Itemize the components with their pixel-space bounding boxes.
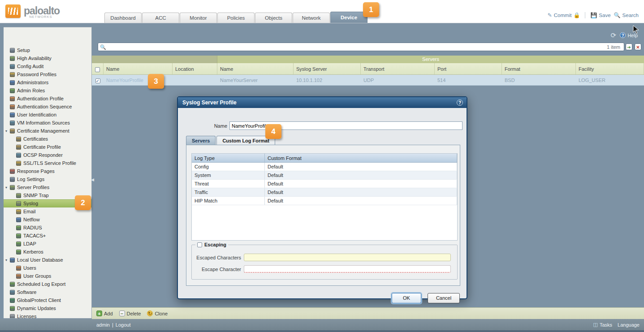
search-button[interactable]: 🔍 Search xyxy=(614,12,639,18)
sidebar-item-scheduled-log-export[interactable]: Scheduled Log Export xyxy=(4,280,91,288)
sidebar-item-log-settings[interactable]: Log Settings xyxy=(4,175,91,183)
sidebar-item-local-user-database[interactable]: ▼Local User Database xyxy=(4,256,91,264)
sidebar-item-globalprotect-client[interactable]: GlobalProtect Client xyxy=(4,296,91,304)
select-all-checkbox[interactable] xyxy=(95,67,100,72)
clear-filter-button[interactable]: ✕ xyxy=(635,43,641,50)
profile-name-input[interactable] xyxy=(229,121,462,130)
row-checkbox[interactable]: ✓ xyxy=(95,78,100,83)
column-header-format[interactable]: Format xyxy=(502,63,576,74)
sidebar-item-config-audit[interactable]: Config Audit xyxy=(4,62,91,70)
dialog-tabs: ServersCustom Log Format xyxy=(186,136,275,145)
language-button[interactable]: Language xyxy=(618,322,640,328)
nav-tab-device[interactable]: Device xyxy=(330,12,367,23)
tasks-button[interactable]: ◫ Tasks xyxy=(593,322,613,328)
sidebar-item-label: Config Audit xyxy=(17,64,43,69)
nav-tab-objects[interactable]: Objects xyxy=(255,13,292,23)
sidebar-collapse-arrow[interactable]: ◀ xyxy=(91,177,94,182)
sidebar-item-ssl-tls-service-profile[interactable]: SSL/TLS Service Profile xyxy=(4,159,91,167)
custom-log-format-panel: Log TypeCustom Format ConfigDefaultSyste… xyxy=(186,145,460,286)
sidebar-item-users[interactable]: Users xyxy=(4,264,91,272)
sidebar-item-ldap[interactable]: LDAP xyxy=(4,240,91,248)
sidebar-item-ocsp-responder[interactable]: OCSP Responder xyxy=(4,151,91,159)
nav-tab-dashboard[interactable]: Dashboard xyxy=(104,13,142,23)
log-type-row[interactable]: ConfigDefault xyxy=(192,163,457,171)
add-button[interactable]: + Add xyxy=(96,310,113,316)
log-format-table: Log TypeCustom Format ConfigDefaultSyste… xyxy=(191,153,458,241)
username-label: admin xyxy=(96,322,110,328)
escape-character-input[interactable] xyxy=(244,265,451,273)
nav-tab-monitor[interactable]: Monitor xyxy=(180,13,217,23)
table-row[interactable]: ✓NameYourProfileNameYourServer10.10.1.10… xyxy=(92,75,644,86)
sidebar-item-certificate-management[interactable]: ▼Certificate Management xyxy=(4,127,91,135)
device-sidebar-tree: SetupHigh AvailabilityConfig AuditPasswo… xyxy=(4,27,92,319)
log-type-row[interactable]: SystemDefault xyxy=(192,171,457,180)
dialog-help-icon[interactable]: ? xyxy=(457,99,463,106)
sidebar-item-licenses[interactable]: Licenses xyxy=(4,312,91,319)
apply-filter-button[interactable]: ➔ xyxy=(626,43,632,50)
sidebar-item-radius[interactable]: RADIUS xyxy=(4,224,91,232)
sidebar-item-administrators[interactable]: Administrators xyxy=(4,78,91,86)
escaped-characters-input[interactable] xyxy=(244,254,451,261)
nav-tab-network[interactable]: Network xyxy=(293,13,330,23)
dialog-tab-servers[interactable]: Servers xyxy=(186,136,216,145)
sidebar-item-response-pages[interactable]: Response Pages xyxy=(4,167,91,175)
column-header-port[interactable]: Port xyxy=(435,63,502,74)
software-icon xyxy=(10,290,15,295)
sidebar-item-label: Certificate Management xyxy=(17,128,69,134)
sidebar-item-admin-roles[interactable]: Admin Roles xyxy=(4,86,91,95)
sidebar-item-software[interactable]: Software xyxy=(4,288,91,296)
sidebar-item-password-profiles[interactable]: Password Profiles xyxy=(4,70,91,78)
sidebar-item-certificate-profile[interactable]: Certificate Profile xyxy=(4,143,91,151)
column-header-name[interactable]: Name xyxy=(104,63,173,74)
log-type-row[interactable]: ThreatDefault xyxy=(192,180,457,188)
sidebar-item-user-identification[interactable]: User Identification xyxy=(4,111,91,119)
log-type-row[interactable]: TrafficDefault xyxy=(192,188,457,197)
custom-format-cell: Default xyxy=(265,180,457,188)
sidebar-item-tacacs-[interactable]: TACACS+ xyxy=(4,232,91,240)
filter-search-input[interactable]: 🔍 1 item xyxy=(98,43,624,51)
sidebar-item-setup[interactable]: Setup xyxy=(4,46,91,54)
sidebar-item-kerberos[interactable]: Kerberos xyxy=(4,248,91,256)
lock-icon xyxy=(16,161,21,166)
delete-button[interactable]: − Delete xyxy=(119,310,141,316)
save-button[interactable]: 💾 Save xyxy=(590,12,610,18)
column-header-syslog-server[interactable]: Syslog Server xyxy=(294,63,361,74)
sidebar-item-dynamic-updates[interactable]: Dynamic Updates xyxy=(4,304,91,312)
globe-icon xyxy=(10,298,15,303)
log-type-cell: Config xyxy=(192,163,265,171)
column-header-name[interactable]: Name xyxy=(217,63,294,74)
sidebar-item-authentication-sequence[interactable]: Authentication Sequence xyxy=(4,103,91,111)
status-right: ◫ Tasks Language xyxy=(593,322,640,328)
sidebar-item-vm-information-sources[interactable]: VM Information Sources xyxy=(4,119,91,127)
ok-button[interactable]: OK xyxy=(392,293,421,303)
nav-tab-policies[interactable]: Policies xyxy=(217,13,255,23)
column-header-location[interactable]: Location xyxy=(173,63,217,74)
column-header-facility[interactable]: Facility xyxy=(576,63,644,74)
nav-tab-acc[interactable]: ACC xyxy=(142,13,179,23)
administrator-icon xyxy=(10,80,15,85)
logout-link[interactable]: Logout xyxy=(116,322,131,328)
sidebar-item-netflow[interactable]: Netflow xyxy=(4,216,91,224)
clone-button[interactable]: ↻ Clone xyxy=(147,310,168,316)
expand-collapse-icon[interactable]: ▼ xyxy=(4,259,9,262)
expand-collapse-icon[interactable]: ▼ xyxy=(4,186,9,189)
sidebar-item-user-groups[interactable]: User Groups xyxy=(4,272,91,280)
log-type-cell: HIP Match xyxy=(192,197,265,205)
column-header-transport[interactable]: Transport xyxy=(361,63,435,74)
response-pages-icon xyxy=(10,169,15,174)
sidebar-item-certificates[interactable]: Certificates xyxy=(4,135,91,143)
sidebar-item-high-availability[interactable]: High Availability xyxy=(4,54,91,62)
sidebar-item-server-profiles[interactable]: ▼Server Profiles xyxy=(4,183,91,191)
logo-subtext: NETWORKS xyxy=(29,15,52,19)
commit-button[interactable]: ✎ Commit 🔒 xyxy=(548,12,580,18)
custom-format-cell: Default xyxy=(265,171,457,179)
log-type-row[interactable]: HIP MatchDefault xyxy=(192,197,457,205)
sidebar-item-authentication-profile[interactable]: Authentication Profile xyxy=(4,95,91,103)
escaping-checkbox[interactable] xyxy=(197,242,202,247)
sidebar-item-label: Authentication Sequence xyxy=(17,104,72,109)
refresh-icon[interactable]: ⟳ xyxy=(610,31,616,39)
cancel-button[interactable]: Cancel xyxy=(428,293,460,303)
paloalto-logo-icon xyxy=(5,4,21,18)
expand-collapse-icon[interactable]: ▼ xyxy=(4,129,9,133)
dialog-body: Name ServersCustom Log Format Log TypeCu… xyxy=(178,108,467,298)
